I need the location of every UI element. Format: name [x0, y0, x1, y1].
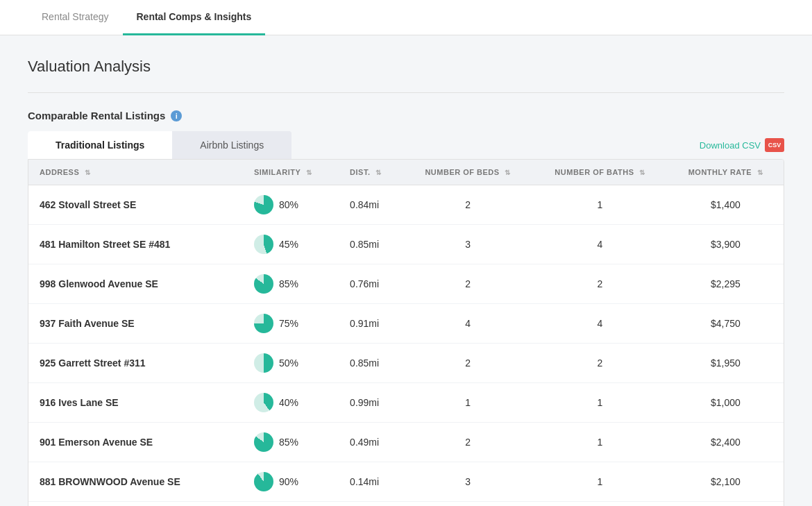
- cell-address: 916 Ives Lane SE: [28, 383, 243, 423]
- cell-baths: 2: [532, 264, 668, 304]
- table-row: 881 BROWNWOOD Avenue SE 90% 0.14mi 3 1 $…: [28, 462, 784, 502]
- listings-table: ADDRESS ⇅ SIMILARITY ⇅ DIST. ⇅ NUMBER OF…: [28, 160, 784, 506]
- tab-traditional[interactable]: Traditional Listings: [28, 131, 172, 159]
- similarity-pie: [254, 314, 273, 333]
- cell-address: 937 Faith Avenue SE: [28, 304, 243, 344]
- cell-baths: 4: [532, 225, 668, 264]
- similarity-pie: [254, 472, 273, 491]
- similarity-pie: [254, 235, 273, 254]
- table-row: 819 Berne Street Southeast Street 85% 0.…: [28, 502, 784, 507]
- cell-beds: 2: [403, 423, 532, 462]
- tab-rental-comps[interactable]: Rental Comps & Insights: [123, 0, 266, 35]
- info-icon[interactable]: i: [171, 110, 182, 121]
- cell-baths: 1: [532, 383, 668, 423]
- cell-rate: $2,100: [668, 462, 784, 502]
- sort-icon-rate[interactable]: ⇅: [757, 169, 763, 176]
- similarity-pie: [254, 353, 273, 373]
- table-body: 462 Stovall Street SE 80% 0.84mi 2 1 $1,…: [28, 185, 784, 507]
- cell-similarity: 85%: [243, 502, 339, 507]
- similarity-pct: 90%: [279, 476, 298, 487]
- cell-dist: 0.74mi: [339, 502, 403, 507]
- cell-rate: $4,750: [668, 304, 784, 344]
- sort-icon-similarity[interactable]: ⇅: [306, 169, 312, 176]
- similarity-pct: 85%: [279, 278, 298, 289]
- cell-beds: 2: [403, 344, 532, 383]
- cell-baths: 2: [532, 344, 668, 383]
- cell-rate: $2,295: [668, 264, 784, 304]
- cell-similarity: 85%: [243, 423, 339, 462]
- similarity-pie: [254, 432, 273, 452]
- cell-rate: $1,950: [668, 344, 784, 383]
- cell-dist: 0.76mi: [339, 264, 403, 304]
- tab-airbnb[interactable]: Airbnb Listings: [172, 131, 291, 159]
- cell-address: 819 Berne Street Southeast Street: [28, 502, 243, 507]
- cell-similarity: 90%: [243, 462, 339, 502]
- tab-rental-strategy[interactable]: Rental Strategy: [28, 0, 123, 35]
- col-beds: NUMBER OF BEDS ⇅: [403, 160, 532, 185]
- cell-similarity: 75%: [243, 304, 339, 344]
- col-dist: DIST. ⇅: [339, 160, 403, 185]
- cell-rate: $2,400: [668, 423, 784, 462]
- cell-rate: $1,400: [668, 185, 784, 225]
- cell-similarity: 85%: [243, 264, 339, 304]
- cell-address: 481 Hamilton Street SE #481: [28, 225, 243, 264]
- cell-dist: 0.91mi: [339, 304, 403, 344]
- comparable-title: Comparable Rental Listings: [28, 110, 165, 121]
- sort-icon-beds[interactable]: ⇅: [505, 169, 511, 176]
- col-rate: MONTHLY RATE ⇅: [668, 160, 784, 185]
- cell-dist: 0.49mi: [339, 423, 403, 462]
- download-csv-button[interactable]: Download CSV CSV: [700, 138, 784, 152]
- tabs-bar: Rental Strategy Rental Comps & Insights: [0, 0, 812, 35]
- cell-rate: $3,900: [668, 225, 784, 264]
- comparable-header: Comparable Rental Listings i: [28, 110, 784, 121]
- page-content: Valuation Analysis Comparable Rental Lis…: [0, 35, 812, 506]
- cell-beds: 2: [403, 502, 532, 507]
- similarity-pie: [254, 274, 273, 294]
- cell-beds: 1: [403, 383, 532, 423]
- cell-beds: 4: [403, 304, 532, 344]
- similarity-pie: [254, 393, 273, 412]
- similarity-pct: 40%: [279, 397, 298, 408]
- cell-beds: 2: [403, 185, 532, 225]
- cell-rate: $1,000: [668, 383, 784, 423]
- similarity-pct: 80%: [279, 199, 298, 210]
- sort-icon-address[interactable]: ⇅: [85, 169, 91, 176]
- cell-dist: 0.85mi: [339, 344, 403, 383]
- table-wrapper: ADDRESS ⇅ SIMILARITY ⇅ DIST. ⇅ NUMBER OF…: [28, 159, 784, 506]
- cell-similarity: 40%: [243, 383, 339, 423]
- col-similarity: SIMILARITY ⇅: [243, 160, 339, 185]
- table-row: 916 Ives Lane SE 40% 0.99mi 1 1 $1,000: [28, 383, 784, 423]
- table-row: 481 Hamilton Street SE #481 45% 0.85mi 3…: [28, 225, 784, 264]
- table-row: 925 Garrett Street #311 50% 0.85mi 2 2 $…: [28, 344, 784, 383]
- listing-tabs: Traditional Listings Airbnb Listings: [28, 131, 291, 159]
- table-row: 998 Glenwood Avenue SE 85% 0.76mi 2 2 $2…: [28, 264, 784, 304]
- cell-similarity: 45%: [243, 225, 339, 264]
- cell-similarity: 50%: [243, 344, 339, 383]
- similarity-pct: 45%: [279, 239, 298, 250]
- download-label: Download CSV: [700, 140, 761, 151]
- similarity-pct: 85%: [279, 437, 298, 448]
- cell-address: 881 BROWNWOOD Avenue SE: [28, 462, 243, 502]
- cell-address: 998 Glenwood Avenue SE: [28, 264, 243, 304]
- table-row: 937 Faith Avenue SE 75% 0.91mi 4 4 $4,75…: [28, 304, 784, 344]
- cell-dist: 0.85mi: [339, 225, 403, 264]
- table-header-row: ADDRESS ⇅ SIMILARITY ⇅ DIST. ⇅ NUMBER OF…: [28, 160, 784, 185]
- cell-rate: $2,400: [668, 502, 784, 507]
- cell-baths: 2: [532, 502, 668, 507]
- cell-dist: 0.14mi: [339, 462, 403, 502]
- cell-address: 901 Emerson Avenue SE: [28, 423, 243, 462]
- cell-dist: 0.99mi: [339, 383, 403, 423]
- cell-baths: 1: [532, 423, 668, 462]
- sort-icon-baths[interactable]: ⇅: [639, 169, 645, 176]
- cell-beds: 2: [403, 264, 532, 304]
- table-row: 462 Stovall Street SE 80% 0.84mi 2 1 $1,…: [28, 185, 784, 225]
- cell-address: 925 Garrett Street #311: [28, 344, 243, 383]
- cell-address: 462 Stovall Street SE: [28, 185, 243, 225]
- section-divider: [28, 92, 784, 93]
- col-address: ADDRESS ⇅: [28, 160, 243, 185]
- similarity-pie: [254, 195, 273, 214]
- cell-baths: 1: [532, 185, 668, 225]
- listing-controls: Traditional Listings Airbnb Listings Dow…: [28, 131, 784, 159]
- cell-beds: 3: [403, 462, 532, 502]
- sort-icon-dist[interactable]: ⇅: [375, 169, 382, 176]
